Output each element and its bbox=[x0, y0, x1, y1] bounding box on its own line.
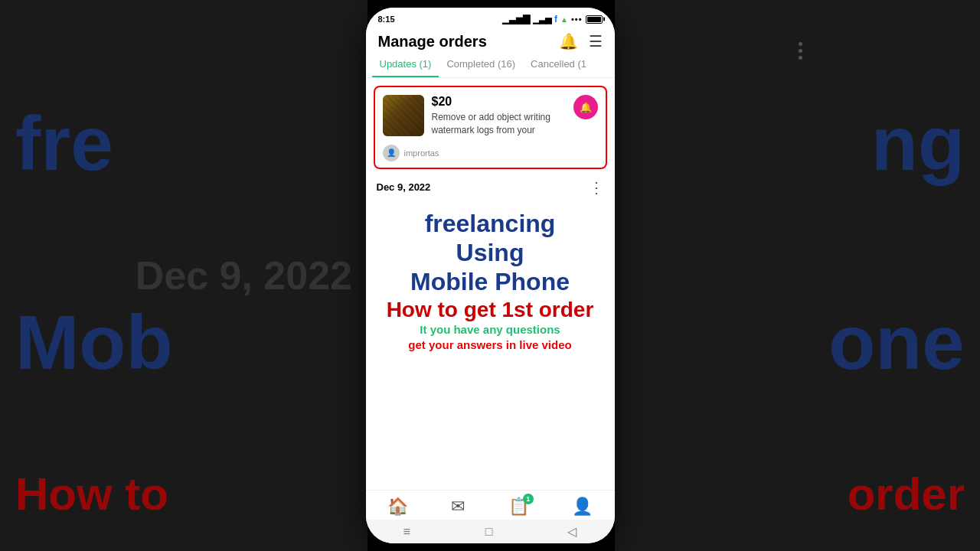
questions-text: It you have any questions bbox=[420, 323, 560, 336]
mobile-text: Mobile Phone bbox=[410, 268, 570, 295]
order-footer: 👤 imprortas bbox=[375, 145, 606, 168]
order-date: Dec 9, 2022 bbox=[377, 181, 431, 193]
signal-icon: ▁▃▅▇ bbox=[502, 14, 530, 24]
content-mobile: Mobile Phone bbox=[410, 267, 570, 296]
content-freelancing: freelancing bbox=[425, 209, 556, 238]
howto-text: How to get 1st order bbox=[387, 298, 594, 321]
order-avatar: 👤 bbox=[383, 145, 400, 161]
order-info: $20 Remove or add object writing waterma… bbox=[432, 95, 566, 137]
data-icon: ▲ bbox=[560, 15, 568, 24]
content-using: Using bbox=[456, 238, 524, 267]
android-nav-bar: ≡ □ ◁ bbox=[366, 520, 615, 543]
order-highlight-box: $20 Remove or add object writing waterma… bbox=[374, 86, 607, 169]
thumb-overlay bbox=[383, 95, 424, 136]
order-description: Remove or add object writing watermark l… bbox=[432, 111, 566, 137]
facebook-icon: f bbox=[554, 14, 557, 24]
android-menu-btn[interactable]: ≡ bbox=[403, 525, 410, 539]
orders-badge: 1 bbox=[523, 494, 534, 504]
content-area: freelancing Using Mobile Phone How to ge… bbox=[366, 204, 615, 490]
bottom-nav: 🏠 ✉ 📋 1 👤 bbox=[366, 490, 615, 520]
app-title: Manage orders bbox=[378, 33, 487, 51]
using-text: Using bbox=[456, 239, 524, 266]
dot3 bbox=[799, 56, 802, 60]
order-badge: 🔔 bbox=[573, 95, 598, 119]
status-time: 8:15 bbox=[378, 15, 395, 24]
order-thumbnail bbox=[383, 95, 424, 136]
answers-text: get your answers in live video bbox=[408, 338, 571, 351]
phone-frame: 8:15 ▁▃▅▇ ▁▃▅ f ▲ ••• Manage orders 🔔 ☰ … bbox=[366, 8, 615, 543]
nav-profile[interactable]: 👤 bbox=[572, 497, 593, 517]
tab-bar: Updates (1) Completed (16) Cancelled (1 bbox=[366, 51, 615, 78]
bg-right-howto: order bbox=[848, 468, 965, 520]
bg-right-mob: one bbox=[828, 298, 965, 386]
freelancing-text: freelancing bbox=[425, 210, 556, 237]
home-icon: 🏠 bbox=[387, 497, 408, 517]
avatar-icon: 👤 bbox=[387, 148, 396, 157]
order-card[interactable]: $20 Remove or add object writing waterma… bbox=[375, 87, 606, 145]
status-bar: 8:15 ▁▃▅▇ ▁▃▅ f ▲ ••• bbox=[366, 8, 615, 28]
tab-completed[interactable]: Completed (16) bbox=[439, 51, 523, 77]
profile-icon: 👤 bbox=[572, 497, 593, 517]
bell-badge-icon: 🔔 bbox=[580, 102, 592, 113]
nav-orders[interactable]: 📋 1 bbox=[508, 497, 529, 517]
more-icon: ••• bbox=[571, 15, 583, 24]
android-back-btn[interactable]: ◁ bbox=[567, 524, 577, 539]
background-right: ng one order bbox=[615, 0, 980, 551]
dot2 bbox=[799, 49, 802, 53]
nav-messages[interactable]: ✉ bbox=[451, 497, 465, 517]
order-price: $20 bbox=[432, 95, 566, 109]
header-actions: 🔔 ☰ bbox=[559, 32, 603, 51]
tab-cancelled[interactable]: Cancelled (1 bbox=[523, 51, 594, 77]
status-icons: ▁▃▅▇ ▁▃▅ f ▲ ••• bbox=[502, 14, 602, 24]
content-answers: get your answers in live video bbox=[408, 337, 571, 352]
bg-mob: Mob bbox=[15, 298, 172, 386]
bg-right-fre: ng bbox=[871, 99, 965, 187]
filter-icon[interactable]: ☰ bbox=[589, 32, 603, 51]
android-home-btn[interactable]: □ bbox=[485, 525, 493, 539]
context-menu-dots[interactable] bbox=[799, 42, 802, 60]
battery-fill bbox=[587, 17, 601, 22]
app-header: Manage orders 🔔 ☰ bbox=[366, 28, 615, 51]
date-row: Dec 9, 2022 ⋮ bbox=[366, 174, 615, 204]
bg-howto: How to bbox=[15, 468, 168, 520]
nav-home[interactable]: 🏠 bbox=[387, 497, 408, 517]
wifi-icon: ▁▃▅ bbox=[533, 15, 551, 24]
bg-fre: fre bbox=[15, 99, 113, 187]
content-questions: It you have any questions bbox=[420, 322, 560, 337]
order-menu-icon[interactable]: ⋮ bbox=[589, 178, 604, 197]
notification-bell-icon[interactable]: 🔔 bbox=[559, 32, 578, 51]
message-icon: ✉ bbox=[451, 497, 465, 517]
content-howto: How to get 1st order bbox=[387, 297, 594, 323]
battery-icon bbox=[586, 15, 603, 24]
tab-updates[interactable]: Updates (1) bbox=[372, 51, 439, 77]
order-username: imprortas bbox=[404, 148, 439, 158]
bg-date: Dec 9, 2022 bbox=[136, 253, 352, 298]
dot1 bbox=[799, 42, 802, 46]
background-left: Dec 9, 2022 fre Mob How to bbox=[0, 0, 368, 551]
